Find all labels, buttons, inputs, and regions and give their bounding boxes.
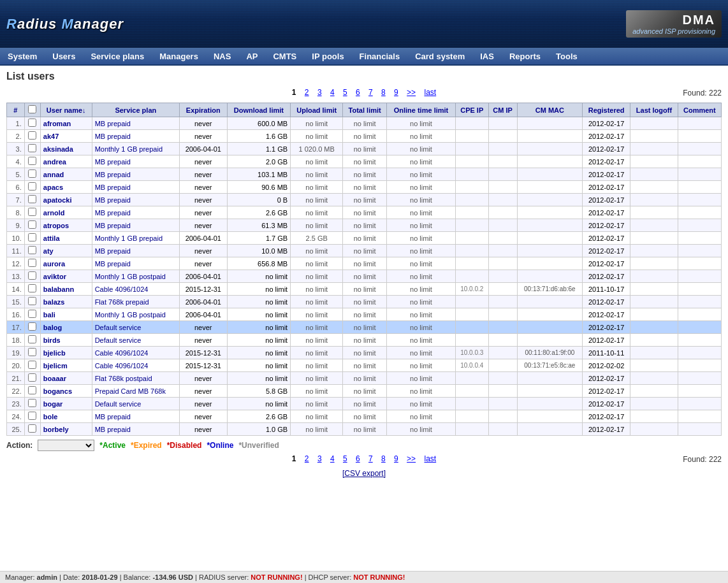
cell-checkbox[interactable] bbox=[24, 283, 40, 296]
page-4[interactable]: 4 bbox=[327, 87, 338, 97]
cell-username[interactable]: annad bbox=[40, 168, 92, 181]
cell-service-plan[interactable]: Cable 4096/1024 bbox=[92, 283, 179, 296]
cell-username[interactable]: ak47 bbox=[40, 130, 92, 143]
row-checkbox[interactable] bbox=[28, 144, 36, 152]
cell-checkbox[interactable] bbox=[24, 168, 40, 181]
cell-username[interactable]: borbely bbox=[40, 423, 92, 436]
page-b-7[interactable]: 7 bbox=[365, 454, 376, 464]
cell-username[interactable]: apacs bbox=[40, 181, 92, 194]
cell-username[interactable]: balabann bbox=[40, 283, 92, 296]
cell-service-plan[interactable]: Default service bbox=[92, 321, 179, 334]
cell-service-plan[interactable]: Monthly 1 GB prepaid bbox=[92, 232, 179, 245]
cell-username[interactable]: arnold bbox=[40, 206, 92, 219]
cell-service-plan[interactable]: MB prepaid bbox=[92, 206, 179, 219]
cell-checkbox[interactable] bbox=[24, 219, 40, 232]
cell-username[interactable]: bogar bbox=[40, 398, 92, 410]
cell-service-plan[interactable]: MB prepaid bbox=[92, 410, 179, 423]
row-checkbox[interactable] bbox=[28, 310, 36, 318]
cell-checkbox[interactable] bbox=[24, 155, 40, 168]
cell-service-plan[interactable]: Monthly 1 GB postpaid bbox=[92, 270, 179, 283]
row-checkbox[interactable] bbox=[28, 412, 36, 420]
nav-reports[interactable]: Reports bbox=[502, 48, 548, 64]
row-checkbox[interactable] bbox=[28, 399, 36, 407]
row-checkbox[interactable] bbox=[28, 131, 36, 140]
row-checkbox[interactable] bbox=[28, 424, 36, 433]
cell-checkbox[interactable] bbox=[24, 410, 40, 423]
cell-checkbox[interactable] bbox=[24, 270, 40, 283]
row-checkbox[interactable] bbox=[28, 220, 36, 229]
cell-username[interactable]: bjelicm bbox=[40, 359, 92, 372]
cell-service-plan[interactable]: Monthly 1 GB postpaid bbox=[92, 308, 179, 321]
row-checkbox[interactable] bbox=[28, 169, 36, 178]
cell-checkbox[interactable] bbox=[24, 181, 40, 194]
page-5[interactable]: 5 bbox=[340, 87, 351, 97]
page-b-last[interactable]: last bbox=[421, 454, 439, 464]
cell-checkbox[interactable] bbox=[24, 347, 40, 359]
col-username[interactable]: User name↓ bbox=[40, 103, 92, 117]
row-checkbox[interactable] bbox=[28, 297, 36, 305]
nav-ip-pools[interactable]: IP pools bbox=[304, 48, 351, 64]
page-7[interactable]: 7 bbox=[365, 87, 376, 97]
cell-checkbox[interactable] bbox=[24, 245, 40, 257]
cell-service-plan[interactable]: MB prepaid bbox=[92, 117, 179, 130]
cell-username[interactable]: bjelicb bbox=[40, 347, 92, 359]
cell-service-plan[interactable]: MB prepaid bbox=[92, 155, 179, 168]
cell-checkbox[interactable] bbox=[24, 398, 40, 410]
row-checkbox[interactable] bbox=[28, 233, 36, 241]
row-checkbox[interactable] bbox=[28, 386, 36, 394]
row-checkbox[interactable] bbox=[28, 246, 36, 254]
cell-checkbox[interactable] bbox=[24, 372, 40, 385]
cell-checkbox[interactable] bbox=[24, 130, 40, 143]
nav-nas[interactable]: NAS bbox=[206, 48, 238, 64]
row-checkbox[interactable] bbox=[28, 182, 36, 191]
cell-checkbox[interactable] bbox=[24, 359, 40, 372]
row-checkbox[interactable] bbox=[28, 259, 36, 267]
cell-service-plan[interactable]: Prepaid Card MB 768k bbox=[92, 385, 179, 398]
nav-card-system[interactable]: Card system bbox=[407, 48, 472, 64]
page-b-3[interactable]: 3 bbox=[314, 454, 325, 464]
cell-username[interactable]: balog bbox=[40, 321, 92, 334]
cell-username[interactable]: balazs bbox=[40, 296, 92, 308]
row-checkbox[interactable] bbox=[28, 361, 36, 369]
cell-service-plan[interactable]: MB prepaid bbox=[92, 423, 179, 436]
page-b-1[interactable]: 1 bbox=[289, 454, 300, 464]
cell-checkbox[interactable] bbox=[24, 423, 40, 436]
page-b-next[interactable]: >> bbox=[404, 454, 419, 464]
page-last[interactable]: last bbox=[421, 87, 439, 97]
page-b-8[interactable]: 8 bbox=[378, 454, 389, 464]
page-b-6[interactable]: 6 bbox=[353, 454, 363, 464]
page-9[interactable]: 9 bbox=[391, 87, 402, 97]
page-8[interactable]: 8 bbox=[378, 87, 389, 97]
cell-service-plan[interactable]: Default service bbox=[92, 398, 179, 410]
page-b-2[interactable]: 2 bbox=[302, 454, 312, 464]
cell-username[interactable]: bali bbox=[40, 308, 92, 321]
cell-username[interactable]: boaaar bbox=[40, 372, 92, 385]
nav-managers[interactable]: Managers bbox=[152, 48, 206, 64]
cell-checkbox[interactable] bbox=[24, 232, 40, 245]
nav-service-plans[interactable]: Service plans bbox=[83, 48, 152, 64]
page-next[interactable]: >> bbox=[404, 87, 419, 97]
row-checkbox[interactable] bbox=[28, 195, 36, 203]
cell-checkbox[interactable] bbox=[24, 257, 40, 270]
cell-checkbox[interactable] bbox=[24, 117, 40, 130]
cell-checkbox[interactable] bbox=[24, 296, 40, 308]
nav-tools[interactable]: Tools bbox=[548, 48, 585, 64]
page-6[interactable]: 6 bbox=[353, 87, 363, 97]
cell-username[interactable]: aviktor bbox=[40, 270, 92, 283]
row-checkbox[interactable] bbox=[28, 284, 36, 292]
cell-service-plan[interactable]: MB prepaid bbox=[92, 257, 179, 270]
cell-username[interactable]: aurora bbox=[40, 257, 92, 270]
cell-username[interactable]: aksinada bbox=[40, 143, 92, 155]
cell-service-plan[interactable]: Monthly 1 GB prepaid bbox=[92, 143, 179, 155]
cell-checkbox[interactable] bbox=[24, 206, 40, 219]
cell-username[interactable]: andrea bbox=[40, 155, 92, 168]
cell-checkbox[interactable] bbox=[24, 321, 40, 334]
page-2[interactable]: 2 bbox=[302, 87, 312, 97]
row-checkbox[interactable] bbox=[28, 271, 36, 280]
csv-export-link[interactable]: [CSV export] bbox=[342, 469, 386, 478]
cell-username[interactable]: bole bbox=[40, 410, 92, 423]
page-1[interactable]: 1 bbox=[289, 87, 300, 97]
cell-checkbox[interactable] bbox=[24, 308, 40, 321]
nav-ap[interactable]: AP bbox=[238, 48, 265, 64]
cell-username[interactable]: aty bbox=[40, 245, 92, 257]
